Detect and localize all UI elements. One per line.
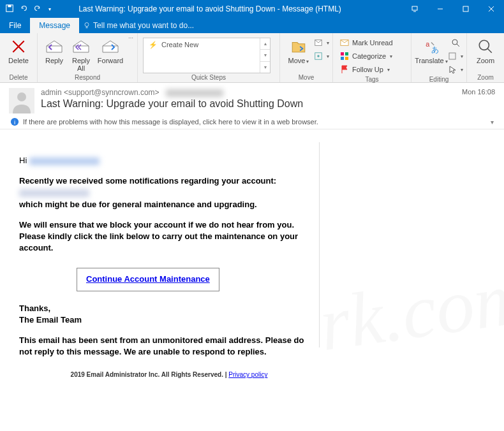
group-respond: Reply Reply All Forward ⋯ Respond [38,33,138,82]
svg-text:あ: あ [431,45,439,54]
zoom-icon [477,36,494,57]
delete-icon [10,36,27,57]
group-editing: aあ Translate▾ ▾ ▾ Editing [411,33,467,82]
zoom-button[interactable]: Zoom [471,35,500,64]
message-header: admin <support@synncrown.com> Last Warni… [0,83,504,129]
avatar [9,88,34,113]
lightbulb-icon [83,22,91,29]
forward-button[interactable]: Forward [95,35,126,64]
message-body: rk.com Hi Recently we received some noti… [0,129,504,386]
unmonitored-notice: This email has been sent from an unmonit… [19,335,304,356]
svg-rect-14 [341,52,344,55]
svg-line-24 [487,48,492,53]
quicksteps-gallery[interactable]: ⚡ Create New ▴ ▾ ▾ [143,38,271,73]
scroll-up-icon[interactable]: ▴ [260,38,270,50]
envelope-icon [339,38,350,48]
qat-dropdown-icon[interactable]: ▾ [48,6,51,12]
save-icon[interactable] [5,4,14,15]
forward-icon [101,36,119,57]
svg-point-26 [17,92,26,101]
greeting: Hi [19,156,27,165]
actions-button[interactable]: ▾ [315,50,329,62]
subject: Last Warning: Upgrade your email to avoi… [41,98,456,110]
svg-point-12 [317,55,320,57]
title-bar: ▾ Last Warning: Upgrade your email to av… [0,0,504,18]
group-tags: Mark Unread Categorize▾ Follow Up▾ Tags [333,33,411,82]
svg-line-21 [457,44,459,47]
ribbon-tabs: File Message Tell me what you want to do… [0,18,504,33]
info-icon: i [10,117,19,126]
select-button[interactable]: ▾ [448,63,463,76]
body-line-1a: Recently we received some notifications … [19,176,276,186]
lightning-icon: ⚡ [149,41,158,49]
thanks-line: Thanks, [19,303,50,313]
tell-me-label: Tell me what you want to do... [93,21,194,30]
categorize-icon [339,51,350,61]
svg-text:a: a [426,40,430,48]
svg-point-20 [452,40,457,45]
rules-button[interactable]: ▾ [315,36,329,49]
find-icon [450,38,461,48]
close-button[interactable] [478,0,504,18]
move-button[interactable]: Move▾ [284,35,313,66]
follow-up-button[interactable]: Follow Up▾ [337,63,407,76]
group-zoom: Zoom Zoom [467,33,504,82]
related-button[interactable]: ▾ [448,50,463,62]
body-divider [319,142,320,347]
group-move: Move▾ ▾ ▾ Move [280,33,333,82]
privacy-link[interactable]: Privacy policy [228,371,267,378]
chevron-down-icon[interactable]: ▾ [491,119,494,126]
svg-rect-15 [345,52,348,55]
respond-more-icon[interactable]: ⋯ [128,35,133,41]
body-line-1b: which might be due for general maintenan… [19,200,257,209]
ribbon-options-icon[interactable] [402,0,427,18]
translate-button[interactable]: aあ Translate▾ [415,35,447,66]
svg-rect-4 [463,6,468,11]
group-quicksteps: ⚡ Create New ▴ ▾ ▾ Quick Steps [138,33,280,82]
delete-button[interactable]: Delete [4,35,33,64]
rules-icon [314,38,323,48]
mark-unread-button[interactable]: Mark Unread [337,36,407,49]
info-bar[interactable]: i If there are problems with how this me… [9,113,495,126]
undo-icon[interactable] [19,4,28,15]
cursor-icon [448,64,457,75]
related-icon [448,51,457,61]
actions-icon [314,51,323,61]
move-icon [290,36,307,57]
svg-point-23 [479,40,489,50]
tab-file[interactable]: File [0,18,30,33]
categorize-button[interactable]: Categorize▾ [337,50,407,62]
redacted-account [19,189,89,197]
translate-icon: aあ [423,36,440,57]
minimize-button[interactable] [427,0,453,18]
reply-icon [45,36,63,57]
redo-icon[interactable] [33,4,42,15]
tab-message[interactable]: Message [30,18,79,33]
scroll-down-icon[interactable]: ▾ [260,50,270,61]
team-line: The Email Team [19,315,82,325]
tell-me-search[interactable]: Tell me what you want to do... [79,18,194,33]
maximize-button[interactable] [453,0,478,18]
redacted-name [29,157,100,165]
body-line-2: We will ensure that we block your accoun… [19,220,298,252]
from-address: admin <support@synncrown.com> [41,88,159,97]
ribbon: Delete Delete Reply Reply All Forward ⋯ … [0,33,504,83]
cta-box: Continue Account Maintenance [77,268,219,291]
watermark: rk.com [313,243,504,378]
svg-rect-16 [341,57,344,60]
group-delete: Delete Delete [0,33,38,82]
svg-point-7 [85,23,89,27]
received-date: Mon 16:08 [462,88,495,96]
reply-button[interactable]: Reply [41,35,67,64]
expand-gallery-icon[interactable]: ▾ [260,62,270,73]
reply-all-button[interactable]: Reply All [68,35,94,72]
reply-all-icon [72,36,90,57]
svg-rect-22 [449,53,456,59]
find-button[interactable] [448,36,463,49]
redacted-recipient [166,89,223,97]
quick-access-toolbar: ▾ [0,4,56,15]
svg-text:i: i [14,119,15,126]
flag-icon [339,64,350,75]
continue-maintenance-link[interactable]: Continue Account Maintenance [86,274,210,284]
svg-rect-2 [412,6,417,10]
